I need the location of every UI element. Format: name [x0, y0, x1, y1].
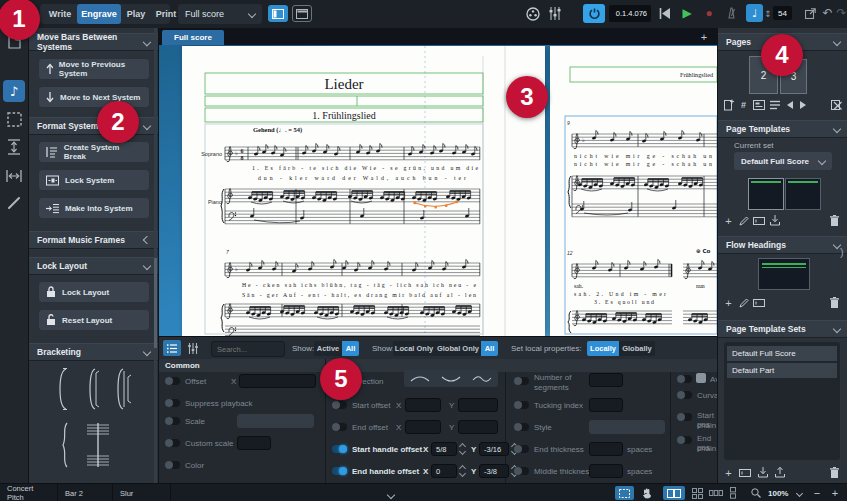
properties-search-input[interactable] [211, 341, 285, 357]
start-offset-toggle[interactable] [332, 401, 347, 409]
set-locally-button[interactable]: Locally [587, 341, 619, 356]
scrollbar-thumb[interactable] [154, 258, 157, 348]
section-flow-headings-header[interactable]: Flow Headings [718, 236, 847, 254]
right-panel-collapse-handle[interactable]: ) [840, 243, 847, 261]
add-page-template-set-button[interactable]: + [722, 466, 735, 479]
page-template-thumbnail-first[interactable] [748, 178, 784, 210]
custom-scale-toggle[interactable] [165, 439, 180, 447]
section-format-music-frames-header[interactable]: Format Music Frames [29, 231, 158, 249]
activate-project-button[interactable] [583, 4, 605, 23]
score-page-2[interactable]: Lieder 1. Frühlingslied Gehend (♩. = 54)… [182, 46, 545, 336]
end-handle-offset-toggle[interactable] [332, 467, 347, 475]
note-spacing-tool[interactable] [5, 167, 23, 185]
slur-scurve-option[interactable] [472, 375, 492, 383]
end-handle-x-value[interactable]: 0 [431, 464, 457, 478]
list-item-default-part[interactable]: Default Part [727, 363, 837, 378]
start-offset-y-input[interactable] [458, 398, 498, 412]
delete-flow-heading-button[interactable] [828, 296, 841, 309]
reset-layout-button[interactable]: Reset Layout [38, 309, 150, 331]
start-pos-chain-toggle[interactable] [677, 413, 692, 421]
mode-tab-engrave[interactable]: Engrave [77, 4, 121, 24]
mode-tab-write[interactable]: Write [44, 4, 76, 24]
page-template-change-button[interactable] [752, 98, 766, 111]
play-button[interactable]: ▶ [679, 5, 695, 21]
zoom-level-dropdown[interactable]: 100% [764, 486, 806, 500]
toggle-left-panel-button[interactable] [268, 5, 288, 22]
mode-tab-play[interactable]: Play [122, 4, 150, 24]
slur[interactable] [249, 317, 270, 319]
score-canvas[interactable]: Lieder 1. Frühlingslied Gehend (♩. = 54)… [159, 45, 717, 336]
color-toggle[interactable] [165, 461, 180, 469]
tucking-index-toggle[interactable] [514, 401, 529, 409]
music-frame[interactable] [205, 124, 483, 334]
layout-dropdown[interactable]: Full score [178, 4, 262, 24]
view-two-pages-button[interactable] [663, 486, 685, 500]
view-horizontal-pages-button[interactable] [707, 486, 725, 500]
staff-spacing-tool[interactable] [5, 138, 23, 156]
edit-flow-heading-button[interactable] [737, 296, 750, 309]
page-template-set-dropdown[interactable]: Default Full Score [734, 152, 832, 170]
end-thickness-toggle[interactable] [514, 445, 529, 453]
section-page-templates-header[interactable]: Page Templates [718, 120, 847, 138]
custom-scale-input[interactable] [237, 436, 271, 450]
start-handle-x-stepper[interactable] [458, 442, 466, 456]
export-page-template-set-button[interactable] [773, 466, 786, 479]
view-vertical-pages-button[interactable] [726, 486, 740, 500]
curvature-toggle[interactable] [677, 391, 692, 399]
slur-up-option[interactable] [410, 375, 430, 383]
section-page-template-sets-header[interactable]: Page Template Sets [718, 320, 847, 338]
tucking-index-input[interactable] [589, 398, 623, 412]
tab-full-score[interactable]: Full score [162, 30, 224, 45]
delete-page-template-set-button[interactable] [828, 466, 841, 479]
end-offset-toggle[interactable] [332, 423, 347, 431]
add-flow-heading-button[interactable]: + [722, 296, 735, 309]
slur[interactable] [584, 213, 628, 215]
middle-thickness-input[interactable] [589, 464, 623, 478]
bracket-option-plain[interactable] [53, 366, 73, 412]
video-button[interactable] [524, 5, 542, 22]
slur[interactable] [317, 317, 338, 319]
filter-local-only-button[interactable]: Local Only [393, 341, 435, 356]
rename-page-template-set-button[interactable] [738, 466, 752, 479]
end-pos-chain-toggle[interactable] [677, 436, 692, 444]
start-offset-x-input[interactable] [405, 398, 441, 412]
properties-filter-view-button[interactable] [184, 340, 202, 356]
delete-page-template-button[interactable] [828, 214, 841, 227]
page-template-thumbnail-default[interactable] [785, 178, 821, 210]
zoom-out-button[interactable]: − [810, 485, 824, 501]
zoom-tool-button[interactable] [748, 486, 763, 500]
move-to-previous-system-button[interactable]: Move to Previous System [38, 58, 150, 80]
undo-button[interactable]: ↶ [821, 4, 834, 21]
scale-dropdown[interactable] [237, 414, 314, 428]
suppress-playback-toggle[interactable] [165, 399, 180, 407]
swap-left-button[interactable] [784, 98, 795, 111]
start-handle-x-value[interactable]: 5/8 [431, 442, 457, 456]
metronome-button[interactable] [723, 5, 739, 21]
slur[interactable] [387, 317, 408, 319]
score-page-3[interactable]: Frühlingslied 9 ♭ nicht wie mir ge - sch… [550, 46, 717, 336]
record-button[interactable]: ● [701, 5, 717, 21]
left-panel-scrollbar[interactable] [154, 28, 157, 483]
edit-page-template-button[interactable] [737, 214, 750, 227]
page-number-change-button[interactable]: # [737, 98, 750, 111]
slur[interactable] [581, 189, 602, 191]
section-move-bars-header[interactable]: Move Bars Between Systems [29, 33, 158, 51]
lock-system-button[interactable]: Lock System [38, 169, 150, 191]
bracket-option-subbracket[interactable] [83, 366, 103, 412]
offset-toggle[interactable] [165, 377, 180, 385]
make-into-system-button[interactable]: Make Into System [38, 197, 150, 219]
set-globally-button[interactable]: Globally [619, 341, 655, 356]
marquee-tool-button[interactable] [615, 486, 634, 500]
add-page-template-button[interactable]: + [722, 214, 735, 227]
concert-pitch-status[interactable]: Concert Pitch [0, 484, 58, 501]
mixer-button[interactable] [546, 5, 564, 22]
fixed-tempo-button[interactable]: ♩ [746, 4, 763, 22]
number-of-segments-toggle[interactable] [514, 377, 529, 385]
graphic-editing-tool[interactable]: ♪ [3, 80, 25, 102]
swap-right-button[interactable] [797, 98, 808, 111]
view-grid-pages-button[interactable] [688, 486, 706, 500]
flow-heading-thumbnail[interactable] [758, 258, 810, 290]
filter-all-button[interactable]: All [342, 341, 359, 356]
start-handle-y-value[interactable]: -3/16 [479, 442, 509, 456]
line-editor-tool[interactable] [5, 194, 23, 212]
